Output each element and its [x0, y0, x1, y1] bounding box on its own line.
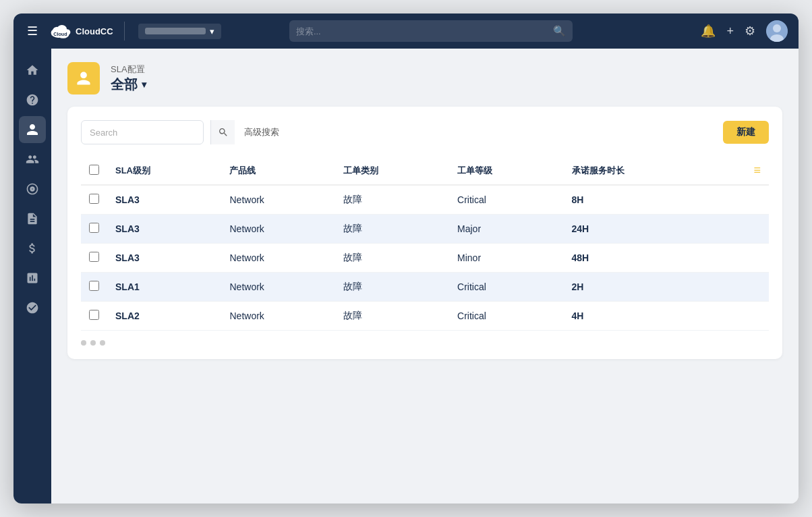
row-ticket-level: Critical — [449, 185, 563, 215]
sidebar-item-home[interactable] — [19, 57, 46, 84]
table-header-row: SLA级别 产品线 工单类别 工单等级 承诺服务时长 ≡ — [81, 157, 769, 185]
row-ticket-type: 故障 — [335, 244, 449, 273]
global-search-icon: 🔍 — [553, 25, 566, 37]
search-icon-btn[interactable] — [210, 120, 235, 144]
table-body: SLA3 Network 故障 Critical 8H SLA3 Network… — [81, 185, 769, 331]
notification-icon[interactable]: 🔔 — [701, 24, 716, 38]
row-checkbox-cell — [81, 244, 107, 273]
global-search-bar[interactable]: 🔍 — [289, 20, 573, 42]
nav-dropdown[interactable]: ▾ — [138, 24, 221, 39]
avatar[interactable] — [766, 20, 788, 42]
nav-dropdown-arrow: ▾ — [210, 26, 214, 36]
main-card: 高级搜索 新建 SLA级别 产品线 工单类别 工单等级 — [67, 107, 782, 359]
row-ticket-level: Minor — [449, 244, 563, 273]
sidebar-item-contacts[interactable] — [19, 116, 46, 143]
col-header-checkbox — [81, 157, 107, 185]
page-header: SLA配置 全部 ▾ — [67, 62, 782, 94]
search-input[interactable] — [82, 128, 203, 138]
row-actions — [717, 302, 769, 331]
row-checkbox-cell — [81, 273, 107, 302]
row-ticket-type: 故障 — [335, 302, 449, 331]
row-product-line: Network — [221, 302, 335, 331]
col-header-ticket-type: 工单类别 — [335, 157, 449, 185]
page-title-main: 全部 ▾ — [111, 76, 146, 94]
table-row: SLA2 Network 故障 Critical 4H — [81, 302, 769, 331]
row-sla-level: SLA2 — [107, 302, 221, 331]
row-sla-level: SLA1 — [107, 273, 221, 302]
row-product-line: Network — [221, 273, 335, 302]
sidebar — [13, 49, 51, 504]
page-icon — [67, 62, 100, 94]
page-title-dropdown[interactable]: ▾ — [142, 79, 146, 90]
table-row: SLA3 Network 故障 Critical 8H — [81, 185, 769, 215]
row-promise-time: 24H — [564, 215, 717, 244]
row-ticket-type: 故障 — [335, 185, 449, 215]
content-area: SLA配置 全部 ▾ 高级搜索 — [51, 49, 799, 504]
row-actions — [717, 185, 769, 215]
row-product-line: Network — [221, 185, 335, 215]
sidebar-item-reports[interactable] — [19, 265, 46, 292]
row-checkbox[interactable] — [89, 252, 99, 262]
sidebar-item-targets[interactable] — [19, 175, 46, 202]
topbar-right: 🔔 + ⚙ — [701, 20, 788, 42]
sidebar-item-users[interactable] — [19, 146, 46, 173]
list-icon[interactable]: ≡ — [753, 163, 761, 177]
row-checkbox[interactable] — [89, 310, 99, 320]
page-title-text: 全部 — [111, 76, 138, 94]
row-ticket-type: 故障 — [335, 215, 449, 244]
menu-icon[interactable]: ☰ — [24, 21, 40, 41]
col-header-sla-level: SLA级别 — [107, 157, 221, 185]
new-button[interactable]: 新建 — [723, 121, 769, 144]
pagination-dot-2[interactable] — [90, 340, 96, 346]
col-header-promise-time: 承诺服务时长 — [564, 157, 717, 185]
global-search-input[interactable] — [296, 26, 548, 36]
sidebar-item-dollar[interactable] — [19, 235, 46, 262]
row-checkbox-cell — [81, 302, 107, 331]
page-breadcrumb: SLA配置 — [111, 63, 146, 76]
row-ticket-level: Critical — [449, 273, 563, 302]
row-sla-level: SLA3 — [107, 215, 221, 244]
logo-area: Cloud CloudCC — [49, 22, 125, 40]
row-product-line: Network — [221, 244, 335, 273]
row-actions — [717, 244, 769, 273]
row-actions — [717, 215, 769, 244]
table-row: SLA3 Network 故障 Major 24H — [81, 215, 769, 244]
row-checkbox-cell — [81, 185, 107, 215]
advanced-search-btn[interactable]: 高级搜索 — [241, 126, 282, 138]
table-row: SLA1 Network 故障 Critical 2H — [81, 273, 769, 302]
pagination-dot-1[interactable] — [81, 340, 86, 346]
pagination-dot-3[interactable] — [100, 340, 105, 346]
sidebar-item-documents[interactable] — [19, 205, 46, 232]
logo-text: CloudCC — [76, 26, 113, 36]
row-promise-time: 8H — [564, 185, 717, 215]
row-checkbox-cell — [81, 215, 107, 244]
sidebar-item-help[interactable] — [19, 86, 46, 113]
row-checkbox[interactable] — [89, 281, 99, 291]
svg-point-7 — [773, 24, 781, 32]
row-checkbox[interactable] — [89, 223, 99, 233]
add-icon[interactable]: + — [726, 24, 734, 38]
select-all-checkbox[interactable] — [89, 165, 99, 175]
logo-icon: Cloud — [49, 22, 73, 40]
row-product-line: Network — [221, 215, 335, 244]
row-actions — [717, 273, 769, 302]
row-promise-time: 2H — [564, 273, 717, 302]
row-sla-level: SLA3 — [107, 244, 221, 273]
svg-text:Cloud: Cloud — [53, 31, 67, 37]
page-title-block: SLA配置 全部 ▾ — [111, 63, 146, 94]
table-row: SLA3 Network 故障 Minor 48H — [81, 244, 769, 273]
main-body: SLA配置 全部 ▾ 高级搜索 — [13, 49, 799, 504]
row-ticket-level: Major — [449, 215, 563, 244]
search-input-wrap[interactable] — [81, 120, 204, 144]
settings-icon[interactable]: ⚙ — [745, 24, 755, 38]
row-ticket-type: 故障 — [335, 273, 449, 302]
pagination-dots — [81, 331, 769, 346]
col-header-ticket-level: 工单等级 — [449, 157, 563, 185]
sidebar-item-analytics[interactable] — [19, 294, 46, 321]
row-promise-time: 48H — [564, 244, 717, 273]
sla-table: SLA级别 产品线 工单类别 工单等级 承诺服务时长 ≡ SL — [81, 157, 769, 331]
col-header-list[interactable]: ≡ — [717, 157, 769, 185]
row-checkbox[interactable] — [89, 194, 99, 204]
topbar: ☰ Cloud CloudCC ▾ 🔍 🔔 + ⚙ — [13, 13, 799, 49]
toolbar: 高级搜索 新建 — [81, 120, 769, 144]
